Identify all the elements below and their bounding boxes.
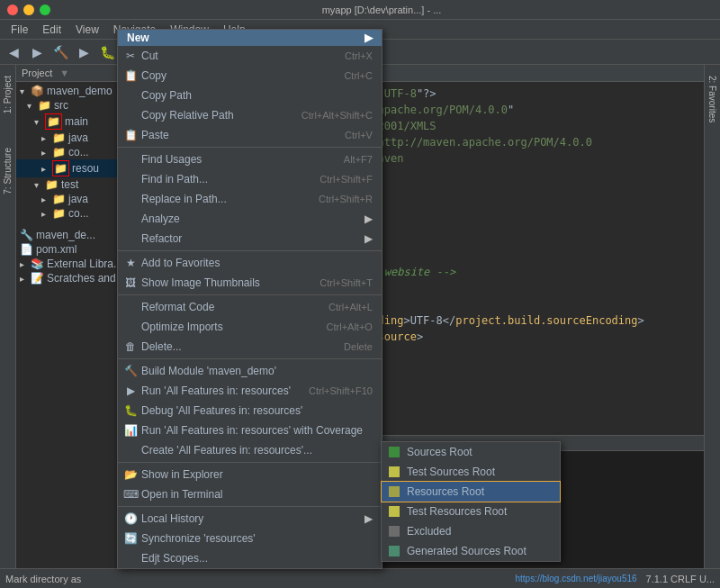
ctx-synchronize[interactable]: 🔄 Synchronize 'resources' [118, 529, 382, 548]
back-button[interactable]: ◀ [4, 42, 23, 62]
test-resources-root-label: Test Resources Root [407, 505, 507, 518]
copy-rel-icon [123, 108, 138, 122]
ctx-edjt-scopes[interactable]: Edjt Scopes... [118, 548, 382, 568]
ctx-add-favorites-label: Add to Favorites [141, 257, 220, 269]
ctx-paste[interactable]: 📋 Paste Ctrl+V [118, 125, 382, 145]
left-side-tabs: 1: Project 7: Structure [0, 65, 16, 588]
sep2 [118, 250, 382, 251]
ctx-image-thumbnails[interactable]: 🖼 Show Image Thumbnails Ctrl+Shift+T [118, 273, 382, 293]
minimize-button[interactable] [23, 5, 34, 15]
ctx-edjt-label: Edjt Scopes... [141, 552, 208, 565]
status-right: https://blog.csdn.net/jiayou516 7.1.1 CR… [515, 574, 715, 584]
ctx-copy[interactable]: 📋 Copy Ctrl+C [118, 66, 382, 86]
excluded-icon [387, 524, 401, 538]
ctx-copy-rel-label: Copy Relative Path [141, 109, 234, 122]
ctx-build-module[interactable]: 🔨 Build Module 'maven_demo' [118, 361, 382, 381]
ctx-copy-path[interactable]: Copy Path [118, 86, 382, 105]
coverage-icon: 📊 [123, 423, 138, 438]
history-arrow: ▶ [364, 512, 373, 525]
analyze-arrow: ▶ [364, 213, 373, 225]
ctx-find-usages[interactable]: Find Usages Alt+F7 [118, 149, 382, 169]
ctx-synchronize-label: Synchronize 'resources' [141, 532, 256, 545]
ctx-optimize-imports[interactable]: Optimize Imports Ctrl+Alt+O [118, 317, 382, 337]
explorer-icon: 📂 [123, 467, 138, 482]
ctx-delete-shortcut: Delete [326, 341, 373, 352]
ctx-local-history[interactable]: 🕐 Local History ▶ [118, 509, 382, 529]
ctx-cut-shortcut: Ctrl+X [327, 50, 373, 61]
menu-view[interactable]: View [68, 22, 106, 38]
ctx-replace-shortcut: Ctrl+Shift+R [301, 194, 373, 204]
maven-icon: 🔧 [20, 229, 33, 241]
submenu-arrow-icon: ▶ [364, 32, 373, 44]
ctx-cut[interactable]: ✂ Cut Ctrl+X [118, 46, 382, 66]
ctx-refactor[interactable]: Refactor ▶ [118, 229, 382, 249]
refactor-arrow: ▶ [364, 232, 373, 245]
run-button[interactable]: ▶ [74, 42, 94, 62]
ctx-replace-in-path[interactable]: Replace in Path... Ctrl+Shift+R [118, 189, 382, 209]
generated-sources-root-icon [387, 544, 401, 558]
submenu-generated-sources-root[interactable]: Generated Sources Root [382, 541, 560, 561]
ctx-create-config[interactable]: Create 'All Features in: resources'... [118, 440, 382, 460]
generated-sources-root-label: Generated Sources Root [407, 545, 526, 557]
submenu-resources-root[interactable]: Resources Root [382, 482, 560, 502]
ctx-debug-features[interactable]: 🐛 Debug 'All Features in: resources' [118, 401, 382, 421]
ctx-run-features[interactable]: ▶ Run 'All Features in: resources' Ctrl+… [118, 381, 382, 401]
sep6 [118, 506, 382, 507]
module-icon: 📦 [31, 85, 44, 97]
ctx-delete[interactable]: 🗑 Delete... Delete [118, 337, 382, 357]
delete-icon: 🗑 [123, 339, 138, 354]
ctx-show-explorer[interactable]: 📂 Show in Explorer [118, 465, 382, 484]
ctx-optimize-label: Optimize Imports [141, 321, 223, 333]
ctx-copy-rel-path[interactable]: Copy Relative Path Ctrl+Alt+Shift+C [118, 105, 382, 125]
run-icon: ▶ [123, 384, 138, 398]
ctx-build-label: Build Module 'maven_demo' [141, 365, 276, 377]
submenu-test-sources-root[interactable]: Test Sources Root [382, 462, 560, 482]
ctx-find-in-path[interactable]: Find in Path... Ctrl+Shift+F [118, 169, 382, 189]
xml-icon: 📄 [20, 243, 33, 256]
menu-file[interactable]: File [4, 22, 35, 38]
maximize-button[interactable] [40, 5, 50, 15]
ctx-reformat[interactable]: Reformat Code Ctrl+Alt+L [118, 297, 382, 317]
refactor-icon [123, 231, 138, 246]
left-tab-project[interactable]: 1: Project [1, 72, 14, 117]
left-tab-structure[interactable]: 7: Structure [1, 144, 14, 198]
debug-button[interactable]: 🐛 [97, 42, 117, 62]
close-button[interactable] [7, 5, 18, 15]
folder-icon-co1: 📁 [52, 146, 66, 158]
ctx-optimize-shortcut: Ctrl+Alt+O [309, 321, 373, 332]
forward-button[interactable]: ▶ [27, 42, 47, 62]
ctx-reformat-label: Reformat Code [141, 301, 214, 313]
build-button[interactable]: 🔨 [50, 42, 70, 62]
ctx-run-label: Run 'All Features in: resources' [141, 384, 291, 397]
ctx-run-coverage[interactable]: 📊 Run 'All Features in: resources' with … [118, 421, 382, 440]
folder-icon-main: 📁 [45, 113, 62, 130]
test-sources-root-label: Test Sources Root [407, 466, 495, 478]
ctx-run-shortcut: Ctrl+Shift+F10 [291, 385, 373, 396]
menu-edit[interactable]: Edit [35, 22, 68, 38]
reformat-icon [123, 300, 138, 314]
optimize-icon [123, 320, 138, 334]
mark-directory-submenu: Sources Root Test Sources Root Resources… [381, 441, 561, 562]
ctx-open-terminal[interactable]: ⌨ Open in Terminal [118, 484, 382, 504]
right-side-tabs: 2: Favorites [704, 65, 720, 588]
libs-icon: 📚 [31, 258, 44, 270]
right-tab-favorites[interactable]: 2: Favorites [706, 72, 719, 126]
ctx-add-favorites[interactable]: ★ Add to Favorites [118, 253, 382, 273]
history-icon: 🕐 [123, 511, 138, 526]
create-icon [123, 443, 138, 457]
sep4 [118, 358, 382, 359]
submenu-excluded[interactable]: Excluded [382, 521, 560, 541]
copy-path-icon [123, 88, 138, 103]
title-bar: myapp [D:\dev\pratin...] - ... [0, 0, 720, 20]
ctx-reformat-shortcut: Ctrl+Alt+L [310, 302, 373, 312]
terminal-icon: ⌨ [123, 487, 138, 502]
debug-menu-icon: 🐛 [123, 403, 138, 418]
submenu-sources-root[interactable]: Sources Root [382, 442, 560, 462]
ctx-cut-label: Cut [141, 50, 158, 62]
image-icon: 🖼 [123, 276, 138, 290]
submenu-test-resources-root[interactable]: Test Resources Root [382, 502, 560, 521]
context-menu-header: New ▶ [118, 30, 382, 46]
scope-icon [123, 551, 138, 565]
find-usages-icon [123, 152, 138, 167]
ctx-analyze[interactable]: Analyze ▶ [118, 209, 382, 229]
